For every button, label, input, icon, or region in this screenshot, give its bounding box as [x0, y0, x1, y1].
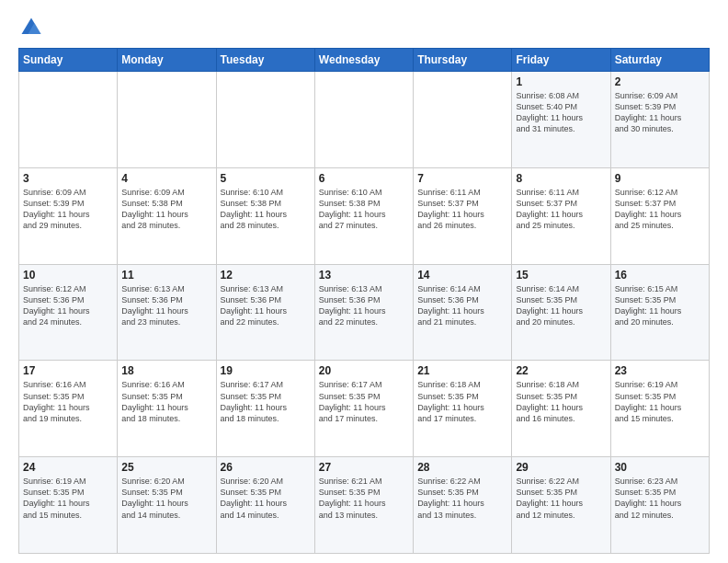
calendar-cell: 2Sunrise: 6:09 AM Sunset: 5:39 PM Daylig…	[610, 72, 709, 168]
calendar-cell: 17Sunrise: 6:16 AM Sunset: 5:35 PM Dayli…	[19, 361, 118, 457]
calendar-body: 1Sunrise: 6:08 AM Sunset: 5:40 PM Daylig…	[19, 72, 710, 554]
day-of-week-saturday: Saturday	[610, 49, 709, 72]
calendar-cell: 7Sunrise: 6:11 AM Sunset: 5:37 PM Daylig…	[414, 167, 512, 264]
day-info: Sunrise: 6:17 AM Sunset: 5:35 PM Dayligh…	[221, 379, 311, 424]
day-number: 11	[121, 269, 211, 282]
day-number: 10	[23, 269, 113, 282]
day-info: Sunrise: 6:17 AM Sunset: 5:35 PM Dayligh…	[319, 379, 409, 424]
day-number: 22	[516, 364, 606, 377]
day-number: 18	[121, 364, 211, 377]
calendar-cell: 5Sunrise: 6:10 AM Sunset: 5:38 PM Daylig…	[216, 167, 314, 264]
calendar-cell: 20Sunrise: 6:17 AM Sunset: 5:35 PM Dayli…	[314, 361, 413, 457]
day-number: 4	[121, 172, 211, 185]
calendar-cell: 25Sunrise: 6:20 AM Sunset: 5:35 PM Dayli…	[118, 457, 216, 554]
day-info: Sunrise: 6:10 AM Sunset: 5:38 PM Dayligh…	[221, 187, 311, 232]
calendar-cell: 15Sunrise: 6:14 AM Sunset: 5:35 PM Dayli…	[512, 264, 610, 361]
day-info: Sunrise: 6:14 AM Sunset: 5:35 PM Dayligh…	[516, 283, 606, 328]
calendar-cell: 24Sunrise: 6:19 AM Sunset: 5:35 PM Dayli…	[19, 457, 118, 554]
day-of-week-thursday: Thursday	[414, 49, 512, 72]
calendar-cell: 1Sunrise: 6:08 AM Sunset: 5:40 PM Daylig…	[512, 72, 610, 168]
day-number: 8	[516, 172, 606, 185]
calendar-cell: 14Sunrise: 6:14 AM Sunset: 5:36 PM Dayli…	[414, 264, 512, 361]
calendar-cell	[414, 72, 512, 168]
calendar-cell: 12Sunrise: 6:13 AM Sunset: 5:36 PM Dayli…	[216, 264, 314, 361]
calendar-cell: 13Sunrise: 6:13 AM Sunset: 5:36 PM Dayli…	[314, 264, 413, 361]
day-info: Sunrise: 6:09 AM Sunset: 5:38 PM Dayligh…	[121, 187, 211, 232]
day-number: 1	[516, 75, 606, 88]
day-number: 19	[221, 364, 311, 377]
day-of-week-sunday: Sunday	[19, 49, 118, 72]
day-info: Sunrise: 6:19 AM Sunset: 5:35 PM Dayligh…	[23, 476, 113, 521]
day-number: 24	[23, 461, 113, 474]
page: SundayMondayTuesdayWednesdayThursdayFrid…	[0, 0, 728, 563]
calendar-cell	[216, 72, 314, 168]
day-info: Sunrise: 6:11 AM Sunset: 5:37 PM Dayligh…	[516, 187, 606, 232]
day-info: Sunrise: 6:11 AM Sunset: 5:37 PM Dayligh…	[417, 187, 507, 232]
day-info: Sunrise: 6:13 AM Sunset: 5:36 PM Dayligh…	[121, 283, 211, 328]
day-number: 5	[221, 172, 311, 185]
days-of-week-row: SundayMondayTuesdayWednesdayThursdayFrid…	[19, 49, 710, 72]
week-row-4: 17Sunrise: 6:16 AM Sunset: 5:35 PM Dayli…	[19, 361, 710, 457]
day-number: 20	[319, 364, 409, 377]
calendar-cell: 27Sunrise: 6:21 AM Sunset: 5:35 PM Dayli…	[314, 457, 413, 554]
day-info: Sunrise: 6:12 AM Sunset: 5:37 PM Dayligh…	[615, 187, 705, 232]
day-number: 16	[615, 269, 705, 282]
day-info: Sunrise: 6:19 AM Sunset: 5:35 PM Dayligh…	[615, 379, 705, 424]
day-info: Sunrise: 6:18 AM Sunset: 5:35 PM Dayligh…	[417, 379, 507, 424]
day-number: 29	[516, 461, 606, 474]
day-info: Sunrise: 6:08 AM Sunset: 5:40 PM Dayligh…	[516, 90, 606, 135]
calendar-cell: 8Sunrise: 6:11 AM Sunset: 5:37 PM Daylig…	[512, 167, 610, 264]
day-info: Sunrise: 6:22 AM Sunset: 5:35 PM Dayligh…	[417, 476, 507, 521]
day-info: Sunrise: 6:12 AM Sunset: 5:36 PM Dayligh…	[23, 283, 113, 328]
calendar-cell: 18Sunrise: 6:16 AM Sunset: 5:35 PM Dayli…	[118, 361, 216, 457]
day-number: 21	[417, 364, 507, 377]
day-info: Sunrise: 6:22 AM Sunset: 5:35 PM Dayligh…	[516, 476, 606, 521]
logo	[18, 15, 48, 40]
calendar-cell: 6Sunrise: 6:10 AM Sunset: 5:38 PM Daylig…	[314, 167, 413, 264]
calendar-cell	[118, 72, 216, 168]
calendar-cell: 9Sunrise: 6:12 AM Sunset: 5:37 PM Daylig…	[610, 167, 709, 264]
calendar-cell: 22Sunrise: 6:18 AM Sunset: 5:35 PM Dayli…	[512, 361, 610, 457]
calendar-cell: 28Sunrise: 6:22 AM Sunset: 5:35 PM Dayli…	[414, 457, 512, 554]
calendar-cell	[314, 72, 413, 168]
day-info: Sunrise: 6:09 AM Sunset: 5:39 PM Dayligh…	[23, 187, 113, 232]
calendar-header: SundayMondayTuesdayWednesdayThursdayFrid…	[19, 49, 710, 72]
day-number: 14	[417, 269, 507, 282]
day-number: 23	[615, 364, 705, 377]
day-of-week-wednesday: Wednesday	[314, 49, 413, 72]
calendar-cell: 26Sunrise: 6:20 AM Sunset: 5:35 PM Dayli…	[216, 457, 314, 554]
day-number: 9	[615, 172, 705, 185]
day-of-week-friday: Friday	[512, 49, 610, 72]
day-number: 17	[23, 364, 113, 377]
day-info: Sunrise: 6:10 AM Sunset: 5:38 PM Dayligh…	[319, 187, 409, 232]
day-number: 28	[417, 461, 507, 474]
week-row-2: 3Sunrise: 6:09 AM Sunset: 5:39 PM Daylig…	[19, 167, 710, 264]
day-number: 6	[319, 172, 409, 185]
calendar-cell: 11Sunrise: 6:13 AM Sunset: 5:36 PM Dayli…	[118, 264, 216, 361]
day-number: 26	[221, 461, 311, 474]
day-number: 30	[615, 461, 705, 474]
day-info: Sunrise: 6:15 AM Sunset: 5:35 PM Dayligh…	[615, 283, 705, 328]
day-info: Sunrise: 6:14 AM Sunset: 5:36 PM Dayligh…	[417, 283, 507, 328]
day-info: Sunrise: 6:16 AM Sunset: 5:35 PM Dayligh…	[23, 379, 113, 424]
calendar: SundayMondayTuesdayWednesdayThursdayFrid…	[18, 48, 710, 554]
day-info: Sunrise: 6:23 AM Sunset: 5:35 PM Dayligh…	[615, 476, 705, 521]
day-info: Sunrise: 6:21 AM Sunset: 5:35 PM Dayligh…	[319, 476, 409, 521]
calendar-cell: 3Sunrise: 6:09 AM Sunset: 5:39 PM Daylig…	[19, 167, 118, 264]
calendar-cell: 30Sunrise: 6:23 AM Sunset: 5:35 PM Dayli…	[610, 457, 709, 554]
week-row-5: 24Sunrise: 6:19 AM Sunset: 5:35 PM Dayli…	[19, 457, 710, 554]
day-info: Sunrise: 6:18 AM Sunset: 5:35 PM Dayligh…	[516, 379, 606, 424]
week-row-3: 10Sunrise: 6:12 AM Sunset: 5:36 PM Dayli…	[19, 264, 710, 361]
calendar-cell: 29Sunrise: 6:22 AM Sunset: 5:35 PM Dayli…	[512, 457, 610, 554]
day-number: 13	[319, 269, 409, 282]
calendar-cell: 23Sunrise: 6:19 AM Sunset: 5:35 PM Dayli…	[610, 361, 709, 457]
header	[18, 15, 710, 40]
calendar-cell: 16Sunrise: 6:15 AM Sunset: 5:35 PM Dayli…	[610, 264, 709, 361]
day-number: 15	[516, 269, 606, 282]
calendar-cell	[19, 72, 118, 168]
day-number: 25	[121, 461, 211, 474]
day-info: Sunrise: 6:09 AM Sunset: 5:39 PM Dayligh…	[615, 90, 705, 135]
day-of-week-tuesday: Tuesday	[216, 49, 314, 72]
day-number: 12	[221, 269, 311, 282]
day-info: Sunrise: 6:13 AM Sunset: 5:36 PM Dayligh…	[319, 283, 409, 328]
